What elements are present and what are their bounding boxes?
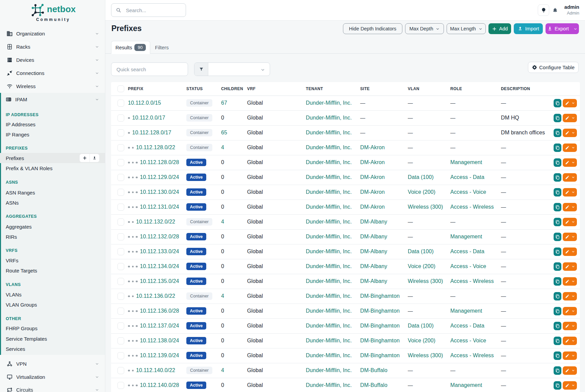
svg-text:netbox: netbox bbox=[47, 4, 76, 14]
